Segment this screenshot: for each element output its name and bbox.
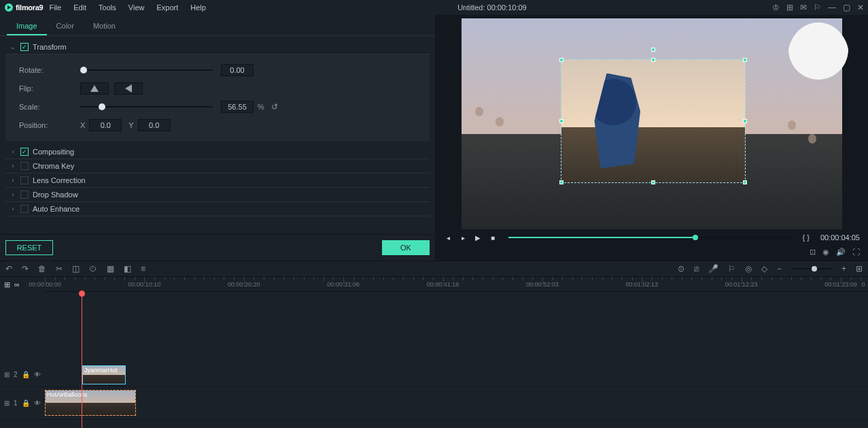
sel-handle[interactable] [559,58,563,62]
record-button[interactable]: ◎ [745,264,752,274]
shadow-checkbox[interactable] [20,191,29,199]
next-frame-button[interactable]: ▸ [458,233,468,242]
playhead[interactable] [82,292,82,428]
redo-button[interactable]: ↷ [22,264,29,274]
section-drop-shadow[interactable]: › Drop Shadow [5,188,430,202]
track-lock-icon[interactable]: 🔒 [22,399,30,407]
sel-rotate-handle[interactable] [651,48,655,52]
lens-checkbox[interactable] [20,176,29,184]
zoom-in-button[interactable]: + [841,264,846,274]
menu-view[interactable]: View [122,3,151,12]
zoom-slider[interactable] [791,268,832,269]
tab-color[interactable]: Color [47,18,84,35]
zoom-out-button[interactable]: − [777,264,782,274]
marker2-button[interactable]: ◇ [761,264,767,274]
scale-slider[interactable] [80,106,213,108]
menu-export[interactable]: Export [150,3,184,12]
menu-file[interactable]: File [43,3,67,12]
stop-button[interactable]: ■ [488,233,498,242]
tab-image[interactable]: Image [7,18,47,35]
quality-icon[interactable]: ⊡ [810,248,816,257]
account-icon[interactable]: ♔ [772,3,780,12]
flip-horizontal-button[interactable] [80,82,109,95]
rotate-input[interactable] [221,64,254,76]
selection-box[interactable] [561,59,746,183]
clip-pip[interactable]: JyanmarHot [82,365,126,384]
balloon-graphic [788,22,849,90]
chroma-checkbox[interactable] [20,162,29,170]
speed-button[interactable]: ⏲ [89,264,97,274]
voiceover-button[interactable]: 🎤 [708,264,718,274]
track-type-icon[interactable]: ⊞ [4,399,10,407]
sel-handle[interactable] [743,119,747,123]
reset-button[interactable]: RESET [5,240,53,255]
snapshot-icon[interactable]: ◉ [822,248,829,257]
clip-main[interactable]: HotAirBalloons [45,390,136,416]
volume-icon[interactable]: 🔊 [836,248,846,257]
section-chroma-key[interactable]: › Chroma Key [5,159,430,174]
timeline-tracks: ⊞ 2 🔒 👁 JyanmarHot ⊞ 1 🔒 👁 HotAirBalloon… [0,292,868,427]
preview-viewport[interactable] [462,18,842,229]
track-lock-icon[interactable]: 🔒 [22,371,30,378]
undo-button[interactable]: ↶ [5,264,12,274]
menu-tools[interactable]: Tools [92,3,122,12]
delete-button[interactable]: 🗑 [38,264,46,274]
sel-handle[interactable] [743,180,747,184]
notify-icon[interactable]: ⚐ [814,3,821,12]
pos-x-input[interactable] [89,119,122,131]
menu-help[interactable]: Help [184,3,212,12]
transform-checkbox[interactable]: ✓ [20,43,29,51]
adjust-button[interactable]: ≡ [141,264,145,274]
scale-unit: % [258,103,264,111]
ok-button[interactable]: OK [382,240,430,255]
timeline-ruler[interactable]: 00:00:00:0000:00:10:1000:00:20:2000:00:3… [45,277,868,292]
track-visible-icon[interactable]: 👁 [34,399,41,407]
seek-bar[interactable] [508,237,791,238]
sel-handle[interactable] [651,58,655,62]
track-visible-icon[interactable]: 👁 [34,371,41,378]
minimize-icon[interactable]: — [828,3,836,12]
menu-edit[interactable]: Edit [67,3,92,12]
close-icon[interactable]: ✕ [857,3,864,12]
pos-y-input[interactable] [138,119,171,131]
mail-icon[interactable]: ✉ [800,3,807,12]
track-type-icon[interactable]: ⊞ [4,371,10,378]
app-logo: filmora9 [4,3,43,12]
scale-reset-icon[interactable]: ↺ [271,102,278,112]
crop-button[interactable]: ◫ [72,264,80,274]
sel-handle[interactable] [559,119,563,123]
green-button[interactable]: ◧ [124,264,131,274]
section-auto-enhance[interactable]: › Auto Enhance [5,202,430,216]
split-button[interactable]: ✂ [56,264,63,274]
sel-handle[interactable] [651,180,655,184]
color-button[interactable]: ▦ [107,264,114,274]
render-button[interactable]: ⊙ [678,264,684,274]
play-button[interactable]: ▶ [473,233,483,242]
link-icon[interactable]: ∞ [14,280,20,289]
sel-handle[interactable] [559,180,563,184]
maximize-icon[interactable]: ▢ [843,3,850,12]
enhance-checkbox[interactable] [20,205,29,213]
chevron-right-icon: › [10,148,16,155]
section-transform[interactable]: ⌄ ✓ Transform [5,40,430,54]
section-lens-correction[interactable]: › Lens Correction [5,174,430,188]
track-options-icon[interactable]: ⊞ [4,280,10,289]
compositing-checkbox[interactable]: ✓ [20,148,29,156]
flip-vertical-button[interactable] [114,82,143,95]
scale-input[interactable] [221,101,254,113]
prev-frame-button[interactable]: ◂ [443,233,453,242]
preview-panel: ◂ ▸ ▶ ■ { } 00:00:04:05 ⊡ ◉ 🔊 ⛶ [435,15,868,261]
track-1: ⊞ 1 🔒 👁 HotAirBalloons [0,387,868,420]
zoom-fit-button[interactable]: ⊞ [856,264,863,274]
mix-button[interactable]: ⎚ [694,264,699,274]
marker-button[interactable]: ⚐ [728,264,735,274]
rotate-slider[interactable] [80,69,213,71]
pos-y-label: Y [128,121,133,129]
gift-icon[interactable]: ⊞ [786,3,793,12]
tab-motion[interactable]: Motion [84,18,125,35]
sel-handle[interactable] [743,58,747,62]
marker-display: { } [802,233,809,242]
section-compositing[interactable]: › ✓ Compositing [5,145,430,159]
fullscreen-icon[interactable]: ⛶ [852,248,860,257]
transform-body: Rotate: Flip: Scale: % ↺ Posit [5,54,430,141]
